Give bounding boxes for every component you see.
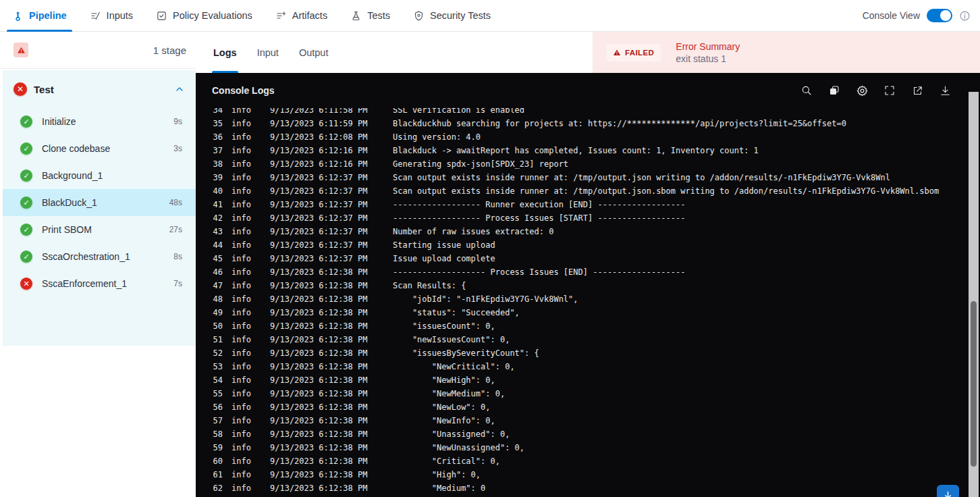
log-message: "High": 0, bbox=[393, 470, 481, 479]
settings-icon[interactable] bbox=[855, 84, 869, 97]
log-message: ------------------ Runner execution [END… bbox=[393, 200, 685, 209]
copy-icon[interactable] bbox=[827, 84, 841, 97]
log-timestamp: 9/13/2023 6:12:37 PM bbox=[270, 240, 393, 250]
log-level: info bbox=[232, 254, 270, 263]
console-scrollbar[interactable] bbox=[969, 92, 979, 497]
tab-input[interactable]: Input bbox=[257, 32, 279, 73]
failed-badge-label: FAILED bbox=[625, 49, 654, 57]
console-toolbar bbox=[800, 84, 964, 97]
log-level: info bbox=[232, 443, 270, 452]
log-timestamp: 9/13/2023 6:12:38 PM bbox=[270, 416, 393, 425]
step-name: BlackDuck_1 bbox=[42, 197, 97, 208]
log-line: 58 info 9/13/2023 6:12:38 PM "Unassigned… bbox=[196, 427, 965, 441]
tab-policy-evaluations[interactable]: Policy Evaluations bbox=[156, 0, 252, 32]
log-line-number: 53 bbox=[196, 362, 223, 371]
log-line-number: 40 bbox=[196, 186, 223, 196]
log-level: info bbox=[232, 348, 270, 358]
log-message: "Medium": 0 bbox=[393, 483, 485, 493]
log-line-number: 47 bbox=[196, 281, 223, 290]
log-timestamp: 9/13/2023 6:12:16 PM bbox=[270, 159, 393, 169]
console-logs-panel: Console Logs bbox=[196, 73, 980, 497]
console-view-toggle[interactable] bbox=[927, 9, 952, 22]
log-line: 61 info 9/13/2023 6:12:38 PM "High": 0, bbox=[196, 468, 965, 481]
log-message: "NewCritical": 0, bbox=[393, 362, 515, 371]
step-duration: 48s bbox=[169, 198, 182, 207]
scrollbar-thumb[interactable] bbox=[971, 301, 977, 467]
log-line-number: 48 bbox=[196, 294, 223, 304]
log-line-number: 59 bbox=[196, 443, 223, 452]
log-level: info bbox=[232, 402, 270, 412]
log-message: "NewMedium": 0, bbox=[393, 389, 505, 398]
fullscreen-icon[interactable] bbox=[883, 84, 896, 97]
log-line-number: 45 bbox=[196, 254, 223, 263]
step-name: SscaOrchestration_1 bbox=[42, 251, 130, 262]
download-icon[interactable] bbox=[938, 84, 952, 97]
log-line-number: 62 bbox=[196, 483, 223, 493]
log-message: Scan output exists inside runner at: /tm… bbox=[393, 173, 890, 182]
stage-header[interactable]: ✕ Test bbox=[3, 70, 196, 108]
tab-inputs[interactable]: Inputs bbox=[90, 0, 134, 32]
log-line: 34 info 9/13/2023 6:11:58 PM SSL verific… bbox=[196, 108, 965, 117]
log-message: "jobId": "-n1FkEpdiw3Y7G-Vvk8Wnl", bbox=[393, 294, 578, 304]
log-timestamp: 9/13/2023 6:12:38 PM bbox=[270, 362, 393, 371]
log-timestamp: 9/13/2023 6:12:38 PM bbox=[270, 375, 393, 385]
error-summary-strip: FAILED Error Summary exit status 1 bbox=[593, 32, 980, 73]
open-in-new-icon[interactable] bbox=[910, 84, 924, 97]
log-message: "Unassigned": 0, bbox=[393, 429, 510, 439]
log-message: "NewLow": 0, bbox=[393, 402, 491, 412]
step-row[interactable]: ✓ BlackDuck_1 48s bbox=[3, 189, 196, 216]
tab-input-label: Input bbox=[257, 47, 279, 58]
success-icon: ✓ bbox=[20, 115, 32, 128]
success-icon: ✓ bbox=[20, 224, 32, 236]
scroll-to-bottom-button[interactable] bbox=[937, 485, 959, 497]
log-message: Blackduck -> awaitReport has completed, … bbox=[393, 146, 759, 155]
tab-artifacts[interactable]: Artifacts bbox=[275, 0, 327, 32]
log-line-number: 35 bbox=[196, 119, 223, 128]
tab-output[interactable]: Output bbox=[299, 32, 329, 73]
tab-logs[interactable]: Logs bbox=[213, 32, 237, 73]
step-row[interactable]: ✕ SscaEnforcement_1 7s bbox=[3, 270, 196, 297]
step-row[interactable]: ✓ Clone codebase 3s bbox=[3, 135, 196, 162]
step-row[interactable]: ✓ Print SBOM 27s bbox=[3, 216, 196, 243]
log-line-number: 60 bbox=[196, 456, 223, 466]
log-timestamp: 9/13/2023 6:12:37 PM bbox=[270, 200, 393, 209]
pipeline-icon bbox=[12, 10, 24, 22]
console-view-label: Console View bbox=[863, 10, 920, 21]
log-line: 60 info 9/13/2023 6:12:38 PM "Critical":… bbox=[196, 454, 965, 468]
log-viewport[interactable]: 34 info 9/13/2023 6:11:58 PM SSL verific… bbox=[196, 108, 965, 497]
info-icon[interactable] bbox=[959, 10, 971, 22]
step-duration: 27s bbox=[169, 225, 182, 234]
step-row[interactable]: ✓ Background_1 bbox=[3, 162, 196, 189]
search-icon[interactable] bbox=[800, 84, 813, 97]
step-row[interactable]: ✓ SscaOrchestration_1 8s bbox=[3, 243, 196, 270]
log-line-number: 46 bbox=[196, 267, 223, 277]
log-level: info bbox=[232, 375, 270, 385]
step-detail-header: Logs Input Output FAILED Error Summary e… bbox=[196, 32, 980, 73]
tab-tests[interactable]: Tests bbox=[350, 0, 390, 32]
log-message: Issue upload complete bbox=[393, 254, 495, 263]
pipeline-warning-badge[interactable] bbox=[13, 43, 28, 57]
log-level: info bbox=[232, 200, 270, 209]
tab-pipeline[interactable]: Pipeline bbox=[12, 0, 67, 32]
step-row[interactable]: ✓ Initialize 9s bbox=[3, 108, 196, 135]
policy-evaluations-icon bbox=[156, 10, 167, 22]
log-line-number: 37 bbox=[196, 146, 223, 155]
log-level: info bbox=[232, 456, 270, 466]
log-timestamp: 9/13/2023 6:12:37 PM bbox=[270, 173, 393, 182]
stage-name: Test bbox=[34, 84, 54, 95]
log-timestamp: 9/13/2023 6:12:38 PM bbox=[270, 483, 393, 493]
tab-security-tests[interactable]: Security Tests bbox=[413, 0, 491, 32]
sidebar-summary-row: 1 stage bbox=[0, 32, 196, 69]
log-timestamp: 9/13/2023 6:11:59 PM bbox=[270, 119, 393, 128]
step-name: Clone codebase bbox=[42, 143, 110, 154]
log-line-number: 57 bbox=[196, 416, 223, 425]
chevron-up-icon[interactable] bbox=[174, 84, 185, 95]
log-timestamp: 9/13/2023 6:12:38 PM bbox=[270, 443, 393, 452]
console-header: Console Logs bbox=[196, 73, 980, 108]
log-message: Generating spdx-json[SPDX_23] report bbox=[393, 159, 568, 169]
log-level: info bbox=[232, 159, 270, 169]
log-line-number: 54 bbox=[196, 375, 223, 385]
success-icon: ✓ bbox=[20, 169, 32, 182]
log-line: 40 info 9/13/2023 6:12:37 PM Scan output… bbox=[196, 184, 965, 198]
log-level: info bbox=[232, 227, 270, 236]
